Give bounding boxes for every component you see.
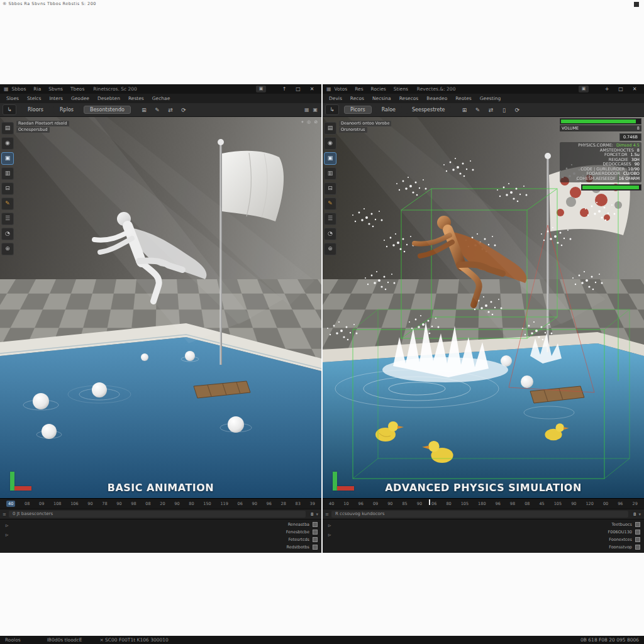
chevron-down-icon[interactable]: ▾ [316,512,321,517]
annotate-tool-icon[interactable]: ✎ [1,197,14,210]
menubar[interactable]: DevisRecosNecsinaResecosBeaedeoReotesGee… [323,94,644,103]
playback-icon[interactable]: ≡ [323,512,331,517]
mode-sculpt[interactable]: Besontstendo [84,106,131,114]
menu-recos[interactable]: Recos [350,96,364,101]
annotate-icon[interactable]: ✎ [153,107,162,113]
timeline-ruler[interactable]: 4010960990859006801051809698084510590120… [323,498,644,509]
menu-file[interactable]: Votos [335,86,348,92]
playback-icon[interactable]: ≡ [0,512,9,517]
menu-gechae[interactable]: Gechae [152,96,170,101]
tool-column[interactable]: ▤◉▣▥⊟✎☰◔⊕ [1,122,14,255]
menu-resecos[interactable]: Resecos [399,96,419,101]
transform-icon[interactable]: ⇄ [486,107,495,113]
panel-expanders[interactable]: ⊳ ⊳ [328,521,331,540]
menu-edit[interactable]: Res [355,86,363,92]
rotate-icon[interactable]: ⟳ [513,107,521,113]
notification-badge-icon[interactable]: ▣ [256,86,266,92]
measure-tool-icon[interactable]: ☰ [1,213,14,225]
transform-tool-icon[interactable]: ⊟ [1,182,14,195]
mode-buttons[interactable]: RloorsRplosBesontstendo [21,106,131,114]
menu-window[interactable]: Stiens [394,86,408,92]
layer-item[interactable]: Reneastba [288,521,318,528]
menubar[interactable]: SloesStelcsIntersGeodeeDesebtenRestesGec… [0,94,321,103]
menu-beaedeo[interactable]: Beaedeo [426,96,447,101]
maximize-button[interactable]: □ [291,85,305,93]
timeline-ruler[interactable]: 4008091081069078909808209080150119069096… [0,498,321,509]
expander-icon[interactable]: ⊳ [328,531,331,540]
menu-inters[interactable]: Inters [49,96,63,101]
rotate-icon[interactable]: ⟳ [179,107,188,113]
select-tool-icon[interactable]: ▤ [324,122,336,135]
menu-devis[interactable]: Devis [329,96,342,101]
layer-item[interactable]: Fenesbtcbe [286,528,318,536]
playback-bar[interactable]: ≡ R ccsouvog kundocors 8 ▾ [323,509,644,519]
transform-icon[interactable]: ⇄ [166,107,175,113]
menu-geesting[interactable]: Geesting [480,96,501,101]
transform-tool-icon[interactable]: ⊟ [324,182,336,195]
expander-icon[interactable]: ⊳ [5,531,9,540]
menu-desebten[interactable]: Desebten [97,96,120,101]
mode-object[interactable]: Rloors [21,106,50,114]
viewport-3d[interactable]: ▤◉▣▥⊟✎☰◔⊕ Raedan Ploetsort rdsold Ocnesp… [0,117,321,498]
titlebar-menus[interactable]: VotosResRociesStiens [335,86,408,92]
layer-item[interactable]: Redstbotbs [287,543,318,551]
viewport-corner-icons[interactable]: ⌖◎⊘ [301,119,318,125]
move-tool-icon[interactable]: ▣ [1,152,14,165]
tool-column[interactable]: ▤◉▣▥⊟✎☰◔⊕ [324,122,336,255]
menu-restes[interactable]: Restes [128,96,144,101]
minimize-button[interactable]: + [600,85,614,93]
close-button[interactable]: ✕ [305,85,319,93]
editor-type-icon[interactable]: ↳ [3,104,16,115]
notification-badge-icon[interactable]: ▣ [579,86,589,92]
layer-item[interactable]: Foonextces [609,536,640,543]
shading-toggle-icon[interactable]: ▣ [313,107,318,113]
menu-geodee[interactable]: Geodee [71,96,89,101]
proportional-icon[interactable]: ▯ [499,107,508,113]
timeline-playhead[interactable] [429,499,430,505]
scale-tool-icon[interactable]: ▥ [324,167,336,180]
scale-tool-icon[interactable]: ▥ [1,167,14,180]
rotate-tool-icon[interactable]: ◔ [324,228,336,240]
viewport-3d[interactable]: ▤◉▣▥⊟✎☰◔⊕ Deanoerti ontoo Vorobe Orsnoro… [323,117,644,498]
mode-object[interactable]: Picors [344,106,372,114]
header-right-icons[interactable]: ▦▣ [304,107,321,113]
layer-item[interactable]: Teetbuocs [611,521,640,528]
menu-render[interactable]: Rocies [371,86,386,92]
menu-file[interactable]: Sbbos [12,86,26,92]
cursor-tool-icon[interactable]: ◉ [1,137,14,150]
editor-type-icon[interactable]: ↳ [325,104,339,115]
snap-grid-icon[interactable]: ⊞ [460,107,469,113]
expander-icon[interactable]: ⊳ [328,521,331,531]
menu-window[interactable]: Tbeos [70,86,84,92]
menu-render[interactable]: Sbvns [48,86,63,92]
layer-list[interactable]: ReneastbaFenesbtcbeFetesrtcdsRedstbotbs [286,521,318,551]
layer-item[interactable]: F006OU130 [608,528,640,536]
menu-edit[interactable]: Ria [33,86,41,92]
expander-icon[interactable]: ⊳ [5,521,9,531]
mode-edit[interactable]: Rplos [53,106,80,114]
add-tool-icon[interactable]: ⊕ [1,243,14,255]
menu-reotes[interactable]: Reotes [455,96,472,101]
layer-item[interactable]: Fetesrtcds [288,536,318,543]
menu-statics[interactable]: Stelcs [27,96,41,101]
menu-scenes[interactable]: Sloes [6,96,19,101]
annotate-icon[interactable]: ✎ [473,107,482,113]
snap-grid-icon[interactable]: ⊞ [140,107,148,113]
select-tool-icon[interactable]: ▤ [1,122,14,135]
mode-sim[interactable]: Seespestrete [406,106,452,114]
annotate-tool-icon[interactable]: ✎ [324,197,336,210]
header-icons[interactable]: ⊞✎⇄⟳ [140,107,188,113]
layer-item[interactable]: Foonsstvop [609,543,640,551]
header-icons[interactable]: ⊞✎⇄▯⟳ [460,107,521,113]
cursor-tool-icon[interactable]: ◉ [324,137,336,150]
camera-icon[interactable]: ◎ [307,119,311,125]
rotate-tool-icon[interactable]: ◔ [1,228,14,240]
add-tool-icon[interactable]: ⊕ [324,243,336,255]
mode-edit[interactable]: Raloe [375,106,402,114]
measure-tool-icon[interactable]: ☰ [324,213,336,225]
menu-necsina[interactable]: Necsina [372,96,391,101]
panel-expanders[interactable]: ⊳ ⊳ [5,521,9,540]
window-buttons[interactable]: +□✕ [600,85,641,93]
overlay-toggle-icon[interactable]: ▦ [304,107,309,113]
titlebar-menus[interactable]: SbbosRiaSbvnsTbeos [12,86,85,92]
